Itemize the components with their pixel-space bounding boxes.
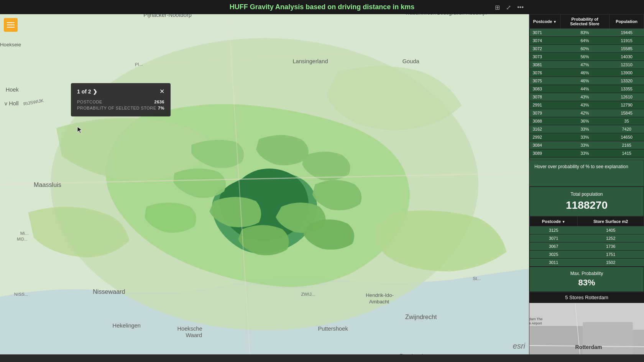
table-row[interactable]: 3078 43% 12610 (530, 93, 644, 101)
store-table-row[interactable]: 3011 1502 (530, 259, 644, 267)
popup-probability-row: PROBABILITY OF SELECTED STORE 7% (77, 106, 164, 110)
minimap-section: 5 Stores Rotterdam R (529, 292, 644, 354)
cell-probability: 33% (560, 141, 610, 149)
table-row[interactable]: 3084 33% 2165 (530, 141, 644, 149)
table-row[interactable]: 3075 46% 13320 (530, 77, 644, 85)
col-header-probability[interactable]: Probability of Selected Store (560, 15, 610, 29)
cell-population: 15585 (610, 45, 644, 53)
cell-postcode: 3079 (530, 109, 560, 117)
cell-population: 2165 (610, 141, 644, 149)
cell-population: 12610 (610, 93, 644, 101)
minimap-container[interactable]: Rotterdam Rotterdam The Hague Airport hi… (529, 303, 644, 354)
popup-header: 1 of 2 ❯ ✕ (77, 88, 164, 95)
max-probability-panel: Max. Probability 83% (529, 267, 644, 292)
cell-population: 14650 (610, 133, 644, 141)
store-table-row[interactable]: 3125 1405 (530, 226, 644, 234)
svg-text:Pijnacker-Nootdorp: Pijnacker-Nootdorp (143, 14, 192, 18)
cell-population: 35 (610, 117, 644, 125)
popup-postcode-row: POSTCODE 2636 (77, 100, 164, 104)
table-row[interactable]: 2992 33% 14650 (530, 133, 644, 141)
store-table-row[interactable]: 3025 1751 (530, 251, 644, 259)
page-title: HUFF Gravity Analysis based on driving d… (0, 3, 644, 11)
hover-text: Hover over probability of % to see expla… (534, 164, 628, 169)
table-row[interactable]: 2991 43% 12790 (530, 101, 644, 109)
cell-probability: 43% (560, 101, 610, 109)
table-row[interactable]: 3162 33% 7420 (530, 125, 644, 133)
table-row[interactable]: 3088 36% 35 (530, 117, 644, 125)
popup-probability-value: 7% (158, 106, 164, 110)
store-cell-postcode: 3067 (530, 242, 578, 251)
svg-text:Hendrik-Ido-: Hendrik-Ido- (366, 292, 394, 298)
popup-postcode-value: 2636 (154, 100, 164, 104)
svg-text:Lansingerland: Lansingerland (292, 58, 328, 64)
popup-next-icon[interactable]: ❯ (93, 88, 97, 95)
cell-postcode: 3072 (530, 45, 560, 53)
max-prob-title: Max. Probability (534, 271, 640, 276)
esri-watermark: esri (513, 342, 525, 351)
bottom-bar (0, 354, 644, 362)
table-row[interactable]: 3079 42% 15845 (530, 109, 644, 117)
table-row[interactable]: 3074 64% 11915 (530, 37, 644, 45)
svg-text:Hoeksche: Hoeksche (177, 326, 202, 332)
table-row[interactable]: 3071 83% 19445 (530, 29, 644, 37)
filter-icon[interactable]: ⊞ (493, 3, 501, 12)
cell-postcode: 3089 (530, 149, 560, 157)
svg-text:PI...: PI... (135, 61, 143, 67)
store-table-row[interactable]: 3071 1252 (530, 234, 644, 242)
cell-population: 12790 (610, 101, 644, 109)
svg-text:Puttershoek: Puttershoek (318, 326, 348, 332)
max-prob-value: 83% (534, 278, 640, 288)
svg-text:Waard: Waard (186, 332, 202, 338)
cell-postcode: 3076 (530, 69, 560, 77)
cell-population: 13355 (610, 85, 644, 93)
svg-text:MID...: MID... (17, 237, 27, 241)
table-row[interactable]: 3073 56% 14030 (530, 53, 644, 61)
cell-postcode: 3081 (530, 61, 560, 69)
store-cell-surface: 1252 (578, 234, 644, 242)
map-area[interactable]: Den Haag Rijswijk Pijnacker-Nootdorp Zoe… (0, 14, 529, 354)
store-table-row[interactable]: 3067 1736 (530, 242, 644, 251)
popup-close-button[interactable]: ✕ (159, 88, 164, 95)
cell-postcode: 3084 (530, 141, 560, 149)
total-pop-title: Total population (534, 192, 639, 197)
store-cell-surface: 1736 (578, 242, 644, 251)
table-row[interactable]: 3072 60% 15585 (530, 45, 644, 53)
more-icon[interactable]: ••• (516, 3, 525, 12)
col-header-postcode[interactable]: Postcode (530, 15, 560, 29)
cell-probability: 42% (560, 109, 610, 117)
store-cell-surface: 1405 (578, 226, 644, 234)
cell-population: 12310 (610, 61, 644, 69)
table-row[interactable]: 3076 46% 13900 (530, 69, 644, 77)
cell-postcode: 3162 (530, 125, 560, 133)
table-scroll[interactable]: Postcode Probability of Selected Store P… (529, 14, 644, 160)
expand-icon[interactable]: ⤢ (504, 3, 513, 12)
col-header-population[interactable]: Population (610, 15, 644, 29)
hamburger-button[interactable] (4, 18, 18, 32)
cell-postcode: 3071 (530, 29, 560, 37)
cell-population: 11915 (610, 37, 644, 45)
popup-nav: 1 of 2 ❯ (77, 88, 97, 95)
store-col-postcode[interactable]: Postcode (530, 217, 578, 226)
cell-postcode: 2991 (530, 101, 560, 109)
cell-population: 7420 (610, 125, 644, 133)
store-table-body: 3125 1405 3071 1252 3067 1736 3025 1751 … (530, 226, 644, 267)
table-section: Postcode Probability of Selected Store P… (529, 14, 644, 160)
cell-probability: 60% (560, 45, 610, 53)
svg-text:Dordrecht: Dordrecht (399, 353, 427, 354)
cell-probability: 33% (560, 125, 610, 133)
store-table-section: Postcode Store Surface m2 3125 1405 3071… (529, 216, 644, 267)
svg-text:Rotterdam: Rotterdam (575, 344, 602, 350)
data-table: Postcode Probability of Selected Store P… (529, 14, 644, 160)
cell-probability: 56% (560, 53, 610, 61)
svg-text:Hoekseie: Hoekseie (0, 42, 21, 48)
svg-text:Hoek: Hoek (6, 87, 19, 93)
store-col-surface[interactable]: Store Surface m2 (578, 217, 644, 226)
table-row[interactable]: 3083 44% 13355 (530, 85, 644, 93)
svg-rect-37 (633, 330, 644, 354)
total-population-panel: Total population 1188270 (529, 187, 644, 216)
table-row[interactable]: 3081 47% 12310 (530, 61, 644, 69)
main-content: Den Haag Rijswijk Pijnacker-Nootdorp Zoe… (0, 14, 644, 354)
table-row[interactable]: 3089 33% 1415 (530, 149, 644, 157)
cell-population: 19445 (610, 29, 644, 37)
cell-probability: 33% (560, 133, 610, 141)
